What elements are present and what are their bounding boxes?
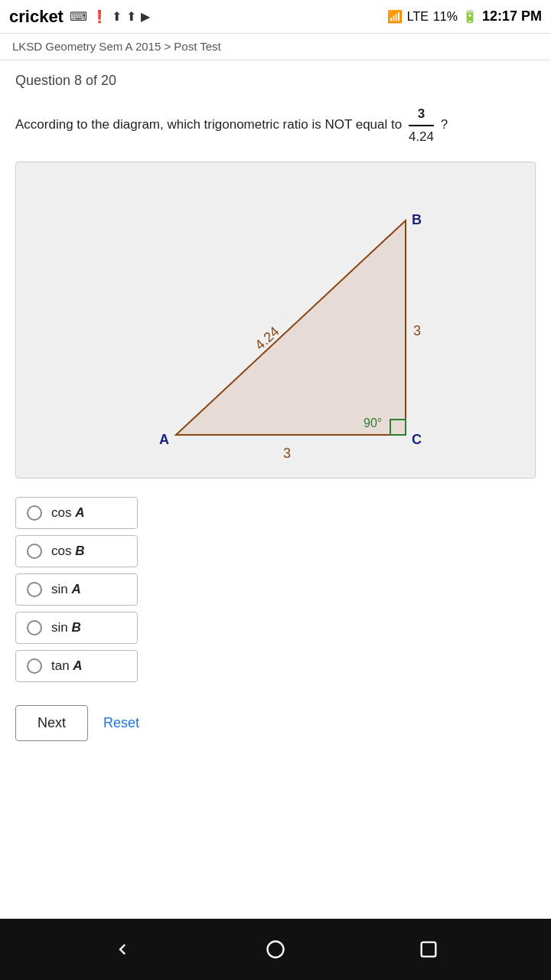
reset-button[interactable]: Reset [103,715,139,731]
question-number: Question 8 of 20 [15,73,536,89]
home-icon [265,939,286,960]
breadcrumb: LKSD Geometry Sem A 2015 > Post Test [12,40,221,53]
alert-icon: ❗ [92,9,107,24]
option-cos-a-label: cos A [51,505,84,521]
option-tan-a[interactable]: tan A [15,650,138,682]
diagram-container: A B C 4.24 3 3 90° [15,162,536,479]
question-suffix: ? [441,117,448,132]
keyboard-icon: ⌨ [70,9,87,24]
radio-tan-a[interactable] [27,658,42,674]
recent-button[interactable] [412,933,445,966]
option-sin-a-label: sin A [51,582,81,597]
status-icons: ⌨ ❗ ⬆ ⬆ ▶ [70,9,150,24]
home-button[interactable] [259,933,292,966]
bc-label: 3 [413,323,421,338]
option-cos-a[interactable]: cos A [15,497,138,529]
svg-rect-3 [422,942,436,957]
ac-label: 3 [283,446,291,461]
option-cos-b[interactable]: cos B [15,535,138,567]
recent-icon [418,939,439,960]
bottom-nav [0,919,551,980]
radio-sin-a[interactable] [27,582,42,597]
radio-cos-a[interactable] [27,505,42,521]
transfer2-icon: ⬆ [126,9,136,24]
option-tan-a-label: tan A [51,658,83,674]
radio-cos-b[interactable] [27,544,42,559]
battery-icon: 🔋 [462,9,478,24]
next-button[interactable]: Next [15,705,88,741]
options-list: cos A cos B sin A sin B tan A [15,497,536,682]
back-icon [112,939,133,960]
triangle-diagram: A B C 4.24 3 3 90° [77,175,474,466]
question-text: According to the diagram, which trigonom… [15,104,536,146]
fraction-denominator: 4.24 [409,126,434,147]
back-button[interactable] [106,933,139,966]
transfer-icon: ⬆ [112,9,122,24]
fraction: 3 4.24 [409,104,434,146]
time-label: 12:17 PM [482,8,542,24]
status-right: 📶 LTE 11% 🔋 12:17 PM [387,8,542,24]
option-sin-b[interactable]: sin B [15,612,138,644]
vertex-b-label: B [412,212,422,227]
option-sin-b-label: sin B [51,620,81,635]
carrier-label: cricket [9,7,64,27]
question-prefix: According to the diagram, which trigonom… [15,117,402,132]
signal-icon: 📶 [387,9,403,24]
battery-percent: 11% [433,10,458,24]
svg-marker-0 [176,220,406,435]
status-bar: cricket ⌨ ❗ ⬆ ⬆ ▶ 📶 LTE 11% 🔋 12:17 PM [0,0,551,34]
main-content: Question 8 of 20 According to the diagra… [0,60,551,919]
vertex-c-label: C [412,432,422,447]
svg-point-2 [268,942,284,958]
option-sin-a[interactable]: sin A [15,573,138,606]
right-angle-label: 90° [364,416,382,430]
lte-label: LTE [407,10,429,24]
status-left: cricket ⌨ ❗ ⬆ ⬆ ▶ [9,7,150,27]
breadcrumb-bar: LKSD Geometry Sem A 2015 > Post Test [0,34,551,60]
radio-sin-b[interactable] [27,620,42,635]
fraction-numerator: 3 [409,104,434,126]
option-cos-b-label: cos B [51,544,84,559]
media-icon: ▶ [141,9,150,24]
buttons-row: Next Reset [15,705,536,741]
vertex-a-label: A [159,432,169,447]
